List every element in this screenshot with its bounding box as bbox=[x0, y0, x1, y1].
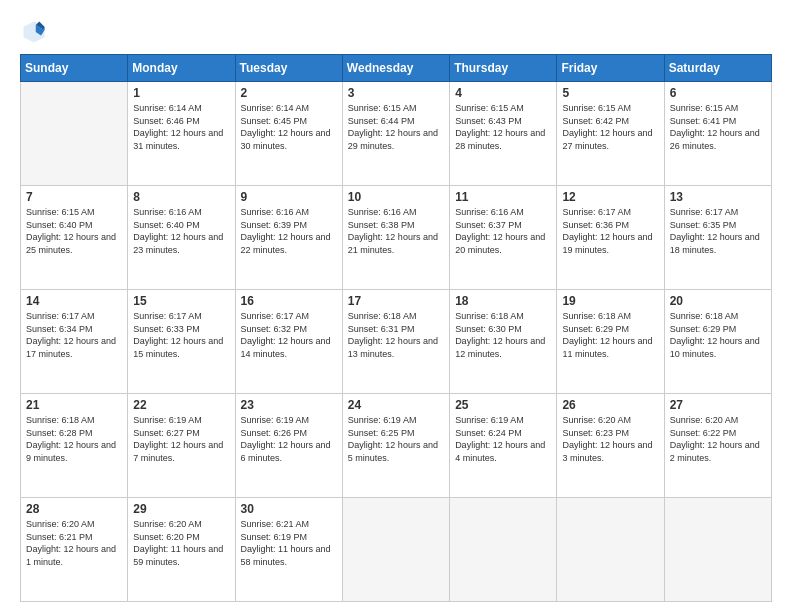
calendar-week-row: 21 Sunrise: 6:18 AMSunset: 6:28 PMDaylig… bbox=[21, 394, 772, 498]
cell-text: Sunrise: 6:20 AMSunset: 6:23 PMDaylight:… bbox=[562, 414, 658, 464]
day-number: 8 bbox=[133, 190, 229, 204]
calendar-cell: 8 Sunrise: 6:16 AMSunset: 6:40 PMDayligh… bbox=[128, 186, 235, 290]
day-number: 17 bbox=[348, 294, 444, 308]
day-number: 12 bbox=[562, 190, 658, 204]
cell-text: Sunrise: 6:15 AMSunset: 6:41 PMDaylight:… bbox=[670, 102, 766, 152]
cell-text: Sunrise: 6:16 AMSunset: 6:40 PMDaylight:… bbox=[133, 206, 229, 256]
calendar-cell: 19 Sunrise: 6:18 AMSunset: 6:29 PMDaylig… bbox=[557, 290, 664, 394]
calendar-cell: 7 Sunrise: 6:15 AMSunset: 6:40 PMDayligh… bbox=[21, 186, 128, 290]
cell-text: Sunrise: 6:17 AMSunset: 6:33 PMDaylight:… bbox=[133, 310, 229, 360]
day-number: 23 bbox=[241, 398, 337, 412]
cell-text: Sunrise: 6:19 AMSunset: 6:25 PMDaylight:… bbox=[348, 414, 444, 464]
calendar-week-row: 28 Sunrise: 6:20 AMSunset: 6:21 PMDaylig… bbox=[21, 498, 772, 602]
day-number: 2 bbox=[241, 86, 337, 100]
cell-text: Sunrise: 6:15 AMSunset: 6:40 PMDaylight:… bbox=[26, 206, 122, 256]
calendar-body: 1 Sunrise: 6:14 AMSunset: 6:46 PMDayligh… bbox=[21, 82, 772, 602]
cell-text: Sunrise: 6:17 AMSunset: 6:34 PMDaylight:… bbox=[26, 310, 122, 360]
day-number: 28 bbox=[26, 502, 122, 516]
day-number: 16 bbox=[241, 294, 337, 308]
cell-text: Sunrise: 6:20 AMSunset: 6:20 PMDaylight:… bbox=[133, 518, 229, 568]
calendar-cell bbox=[450, 498, 557, 602]
calendar-cell bbox=[664, 498, 771, 602]
day-number: 6 bbox=[670, 86, 766, 100]
cell-text: Sunrise: 6:17 AMSunset: 6:36 PMDaylight:… bbox=[562, 206, 658, 256]
day-number: 30 bbox=[241, 502, 337, 516]
calendar-cell: 1 Sunrise: 6:14 AMSunset: 6:46 PMDayligh… bbox=[128, 82, 235, 186]
day-number: 15 bbox=[133, 294, 229, 308]
calendar-header: SundayMondayTuesdayWednesdayThursdayFrid… bbox=[21, 55, 772, 82]
cell-text: Sunrise: 6:19 AMSunset: 6:24 PMDaylight:… bbox=[455, 414, 551, 464]
weekday-header: Friday bbox=[557, 55, 664, 82]
calendar-cell: 10 Sunrise: 6:16 AMSunset: 6:38 PMDaylig… bbox=[342, 186, 449, 290]
day-number: 9 bbox=[241, 190, 337, 204]
calendar-cell: 27 Sunrise: 6:20 AMSunset: 6:22 PMDaylig… bbox=[664, 394, 771, 498]
cell-text: Sunrise: 6:17 AMSunset: 6:32 PMDaylight:… bbox=[241, 310, 337, 360]
weekday-header: Sunday bbox=[21, 55, 128, 82]
cell-text: Sunrise: 6:21 AMSunset: 6:19 PMDaylight:… bbox=[241, 518, 337, 568]
cell-text: Sunrise: 6:18 AMSunset: 6:31 PMDaylight:… bbox=[348, 310, 444, 360]
day-number: 11 bbox=[455, 190, 551, 204]
calendar-cell: 25 Sunrise: 6:19 AMSunset: 6:24 PMDaylig… bbox=[450, 394, 557, 498]
calendar-cell: 23 Sunrise: 6:19 AMSunset: 6:26 PMDaylig… bbox=[235, 394, 342, 498]
logo-icon bbox=[20, 18, 48, 46]
calendar-cell bbox=[21, 82, 128, 186]
cell-text: Sunrise: 6:15 AMSunset: 6:43 PMDaylight:… bbox=[455, 102, 551, 152]
calendar-week-row: 14 Sunrise: 6:17 AMSunset: 6:34 PMDaylig… bbox=[21, 290, 772, 394]
cell-text: Sunrise: 6:16 AMSunset: 6:37 PMDaylight:… bbox=[455, 206, 551, 256]
day-number: 29 bbox=[133, 502, 229, 516]
day-number: 3 bbox=[348, 86, 444, 100]
calendar-cell: 12 Sunrise: 6:17 AMSunset: 6:36 PMDaylig… bbox=[557, 186, 664, 290]
day-number: 20 bbox=[670, 294, 766, 308]
calendar-cell: 26 Sunrise: 6:20 AMSunset: 6:23 PMDaylig… bbox=[557, 394, 664, 498]
weekday-header: Tuesday bbox=[235, 55, 342, 82]
cell-text: Sunrise: 6:15 AMSunset: 6:44 PMDaylight:… bbox=[348, 102, 444, 152]
cell-text: Sunrise: 6:19 AMSunset: 6:27 PMDaylight:… bbox=[133, 414, 229, 464]
calendar-cell: 18 Sunrise: 6:18 AMSunset: 6:30 PMDaylig… bbox=[450, 290, 557, 394]
day-number: 24 bbox=[348, 398, 444, 412]
cell-text: Sunrise: 6:18 AMSunset: 6:29 PMDaylight:… bbox=[670, 310, 766, 360]
calendar-cell: 13 Sunrise: 6:17 AMSunset: 6:35 PMDaylig… bbox=[664, 186, 771, 290]
cell-text: Sunrise: 6:18 AMSunset: 6:28 PMDaylight:… bbox=[26, 414, 122, 464]
calendar-cell: 5 Sunrise: 6:15 AMSunset: 6:42 PMDayligh… bbox=[557, 82, 664, 186]
day-number: 10 bbox=[348, 190, 444, 204]
calendar-cell: 11 Sunrise: 6:16 AMSunset: 6:37 PMDaylig… bbox=[450, 186, 557, 290]
calendar-cell bbox=[342, 498, 449, 602]
day-number: 5 bbox=[562, 86, 658, 100]
calendar-cell: 4 Sunrise: 6:15 AMSunset: 6:43 PMDayligh… bbox=[450, 82, 557, 186]
calendar-cell: 6 Sunrise: 6:15 AMSunset: 6:41 PMDayligh… bbox=[664, 82, 771, 186]
calendar-cell: 30 Sunrise: 6:21 AMSunset: 6:19 PMDaylig… bbox=[235, 498, 342, 602]
calendar-cell: 29 Sunrise: 6:20 AMSunset: 6:20 PMDaylig… bbox=[128, 498, 235, 602]
cell-text: Sunrise: 6:18 AMSunset: 6:30 PMDaylight:… bbox=[455, 310, 551, 360]
day-number: 7 bbox=[26, 190, 122, 204]
calendar-cell: 22 Sunrise: 6:19 AMSunset: 6:27 PMDaylig… bbox=[128, 394, 235, 498]
calendar-cell: 15 Sunrise: 6:17 AMSunset: 6:33 PMDaylig… bbox=[128, 290, 235, 394]
weekday-header: Thursday bbox=[450, 55, 557, 82]
calendar-cell: 28 Sunrise: 6:20 AMSunset: 6:21 PMDaylig… bbox=[21, 498, 128, 602]
day-number: 18 bbox=[455, 294, 551, 308]
calendar-cell: 3 Sunrise: 6:15 AMSunset: 6:44 PMDayligh… bbox=[342, 82, 449, 186]
cell-text: Sunrise: 6:20 AMSunset: 6:22 PMDaylight:… bbox=[670, 414, 766, 464]
cell-text: Sunrise: 6:19 AMSunset: 6:26 PMDaylight:… bbox=[241, 414, 337, 464]
calendar-cell: 21 Sunrise: 6:18 AMSunset: 6:28 PMDaylig… bbox=[21, 394, 128, 498]
header bbox=[20, 18, 772, 46]
weekday-header-row: SundayMondayTuesdayWednesdayThursdayFrid… bbox=[21, 55, 772, 82]
day-number: 26 bbox=[562, 398, 658, 412]
day-number: 19 bbox=[562, 294, 658, 308]
page: SundayMondayTuesdayWednesdayThursdayFrid… bbox=[0, 0, 792, 612]
calendar-cell: 17 Sunrise: 6:18 AMSunset: 6:31 PMDaylig… bbox=[342, 290, 449, 394]
day-number: 1 bbox=[133, 86, 229, 100]
weekday-header: Saturday bbox=[664, 55, 771, 82]
cell-text: Sunrise: 6:15 AMSunset: 6:42 PMDaylight:… bbox=[562, 102, 658, 152]
calendar-cell: 20 Sunrise: 6:18 AMSunset: 6:29 PMDaylig… bbox=[664, 290, 771, 394]
cell-text: Sunrise: 6:20 AMSunset: 6:21 PMDaylight:… bbox=[26, 518, 122, 568]
cell-text: Sunrise: 6:18 AMSunset: 6:29 PMDaylight:… bbox=[562, 310, 658, 360]
cell-text: Sunrise: 6:17 AMSunset: 6:35 PMDaylight:… bbox=[670, 206, 766, 256]
calendar-cell: 2 Sunrise: 6:14 AMSunset: 6:45 PMDayligh… bbox=[235, 82, 342, 186]
day-number: 4 bbox=[455, 86, 551, 100]
calendar-table: SundayMondayTuesdayWednesdayThursdayFrid… bbox=[20, 54, 772, 602]
cell-text: Sunrise: 6:14 AMSunset: 6:46 PMDaylight:… bbox=[133, 102, 229, 152]
day-number: 13 bbox=[670, 190, 766, 204]
day-number: 14 bbox=[26, 294, 122, 308]
cell-text: Sunrise: 6:16 AMSunset: 6:38 PMDaylight:… bbox=[348, 206, 444, 256]
cell-text: Sunrise: 6:14 AMSunset: 6:45 PMDaylight:… bbox=[241, 102, 337, 152]
